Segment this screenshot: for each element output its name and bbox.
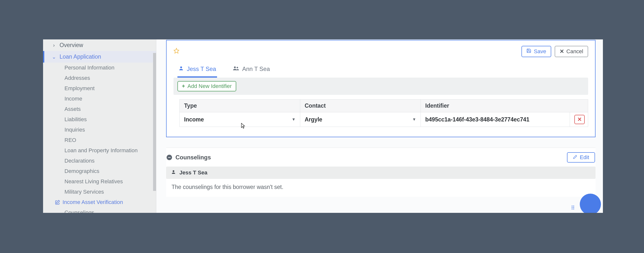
save-icon (526, 48, 531, 55)
tab-ann-label: Ann T Sea (242, 66, 270, 72)
edit-button[interactable]: Edit (567, 152, 595, 163)
nav-liabilities[interactable]: Liabilities (43, 114, 156, 125)
star-icon[interactable] (174, 48, 180, 55)
svg-point-1 (180, 67, 182, 68)
plus-icon: + (182, 83, 185, 89)
nav-employment[interactable]: Employment (43, 83, 156, 94)
collapse-icon[interactable]: − (166, 155, 172, 160)
nav-inquiries[interactable]: Inquiries (43, 125, 156, 135)
nav-overview-label: Overview (60, 42, 83, 49)
nav-income-asset-verification[interactable]: Income Asset Verification (43, 197, 156, 207)
identifier-toolbar: + Add New Identifier (174, 78, 588, 95)
nav-loan-application[interactable]: ⌄ Loan Application (43, 51, 156, 63)
identifier-input[interactable]: b495cc1a-146f-43e3-8484-3e2774ec741 (425, 116, 565, 123)
nav-demographics[interactable]: Demographics (43, 166, 156, 176)
sidebar: › Overview ⌄ Loan Application Personal I… (43, 40, 156, 213)
borrower-tabs: Jess T Sea Ann T Sea (174, 63, 588, 78)
nav-income[interactable]: Income (43, 94, 156, 104)
nav-assets[interactable]: Assets (43, 104, 156, 114)
th-type: Type (180, 100, 300, 112)
nav-military-services[interactable]: Military Services (43, 187, 156, 197)
chat-fab[interactable] (580, 194, 601, 213)
caret-down-icon: ▼ (292, 117, 296, 122)
tab-jess-label: Jess T Sea (187, 66, 216, 72)
nav-counselings[interactable]: Counselings (43, 207, 156, 213)
close-icon: ✕ (560, 48, 564, 55)
edit-label: Edit (580, 154, 589, 161)
delete-row-button[interactable]: ✕ (574, 115, 585, 124)
edit-note-icon (55, 199, 60, 205)
counselings-title: Counselings (176, 154, 211, 161)
nav-loan-property-info[interactable]: Loan and Property Information (43, 145, 156, 156)
type-value: Income (184, 116, 204, 123)
svg-point-4 (173, 170, 174, 172)
add-new-identifier-label: Add New Identifier (188, 83, 232, 89)
nav-iav-label: Income Asset Verification (62, 199, 123, 205)
nav-declarations[interactable]: Declarations (43, 156, 156, 166)
contact-select[interactable]: Argyle ▼ (305, 116, 416, 123)
chevron-right-icon: › (52, 43, 56, 48)
table-row: Income ▼ Argyle ▼ b (180, 112, 588, 127)
contact-value: Argyle (305, 116, 322, 123)
counselings-section: − Counselings Edit Jess T Sea (166, 148, 596, 197)
main-content: Save ✕ Cancel Jess T Sea (156, 40, 603, 213)
nav-reo[interactable]: REO (43, 135, 156, 145)
chevron-down-icon: ⌄ (52, 55, 56, 59)
person-icon (171, 169, 176, 176)
svg-marker-0 (174, 48, 179, 53)
type-select[interactable]: Income ▼ (184, 116, 296, 123)
save-button[interactable]: Save (522, 46, 551, 57)
save-label: Save (534, 48, 546, 55)
counselings-borrower-band: Jess T Sea (166, 166, 596, 179)
nav-addresses[interactable]: Addresses (43, 73, 156, 83)
app-frame: › Overview ⌄ Loan Application Personal I… (43, 40, 603, 213)
tab-jess[interactable]: Jess T Sea (178, 63, 217, 78)
add-new-identifier-button[interactable]: + Add New Identifier (178, 81, 236, 91)
nav-nearest-living-relatives[interactable]: Nearest Living Relatives (43, 176, 156, 187)
counselings-empty-text: The counselings for this borrower wasn't… (166, 184, 596, 195)
svg-point-3 (237, 67, 238, 68)
nav-loan-application-label: Loan Application (60, 54, 101, 60)
drag-dots-icon[interactable]: ⠿ (571, 205, 576, 211)
svg-point-2 (234, 67, 236, 68)
person-icon (178, 66, 184, 72)
th-contact: Contact (300, 100, 421, 112)
cancel-label: Cancel (566, 48, 583, 55)
x-icon: ✕ (577, 116, 582, 123)
nav-personal-information[interactable]: Personal Information (43, 63, 156, 73)
nav-overview[interactable]: › Overview (43, 40, 156, 51)
caret-down-icon: ▼ (412, 117, 416, 122)
counselings-borrower-name: Jess T Sea (180, 169, 208, 176)
people-icon (233, 66, 239, 72)
th-identifier: Identifier (421, 100, 588, 112)
cancel-button[interactable]: ✕ Cancel (555, 46, 588, 57)
sidebar-scrollbar[interactable] (153, 53, 156, 191)
tab-ann[interactable]: Ann T Sea (232, 63, 271, 78)
identifier-table: Type Contact Identifier Income ▼ (180, 99, 588, 127)
pencil-icon (573, 154, 577, 161)
identifier-card: Save ✕ Cancel Jess T Sea (166, 40, 596, 137)
